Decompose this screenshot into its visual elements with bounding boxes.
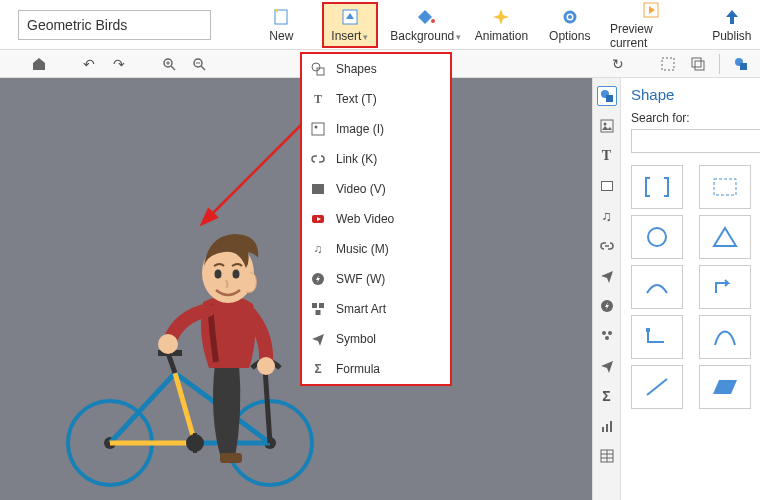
svg-rect-18 (692, 58, 701, 67)
palette-image-button[interactable] (597, 116, 617, 136)
svg-line-15 (201, 66, 205, 70)
insert-dropdown-menu: Shapes TText (T) Image (I) Link (K) Vide… (300, 52, 452, 386)
palette-text-button[interactable]: T (597, 146, 617, 166)
palette-formula-button[interactable]: Σ (597, 386, 617, 406)
menu-formula[interactable]: ΣFormula (302, 354, 450, 384)
shape-elbow-connector[interactable] (631, 315, 683, 359)
shape-search-input[interactable] (631, 129, 760, 153)
svg-point-34 (257, 357, 275, 375)
image-icon (310, 121, 326, 137)
shape-brackets[interactable] (631, 165, 683, 209)
menu-video[interactable]: Video (V) (302, 174, 450, 204)
svg-rect-17 (662, 58, 674, 70)
svg-point-45 (602, 331, 606, 335)
svg-line-29 (265, 368, 270, 443)
home-button[interactable] (28, 53, 50, 75)
menu-symbol[interactable]: Symbol (302, 324, 450, 354)
svg-point-3 (431, 19, 435, 23)
insert-button[interactable]: Insert▾ (322, 2, 379, 48)
shapes-icon (310, 61, 326, 77)
svg-marker-4 (493, 9, 509, 25)
svg-point-46 (608, 331, 612, 335)
shape-circle[interactable] (631, 215, 683, 259)
shape-curve[interactable] (699, 315, 751, 359)
menu-smartart[interactable]: Smart Art (302, 294, 450, 324)
palette-chart-button[interactable] (597, 416, 617, 436)
palette-symbol-button[interactable] (597, 356, 617, 376)
svg-rect-63 (312, 123, 324, 135)
shape-triangle[interactable] (699, 215, 751, 259)
svg-marker-57 (714, 228, 736, 246)
shape-arc[interactable] (631, 265, 683, 309)
menu-image[interactable]: Image (I) (302, 114, 450, 144)
search-label: Search for: (621, 111, 760, 129)
options-button[interactable]: Options (542, 2, 598, 48)
preview-button[interactable]: Preview current (610, 2, 692, 48)
shape-bent-arrow[interactable] (699, 265, 751, 309)
publish-button[interactable]: Publish (704, 2, 760, 48)
svg-point-61 (312, 63, 320, 71)
zoom-out-button[interactable] (188, 53, 210, 75)
svg-line-59 (647, 379, 667, 395)
ribbon-toolbar: New Insert▾ Background▾ Animation Option… (0, 0, 760, 50)
svg-rect-65 (312, 184, 324, 194)
svg-point-47 (605, 336, 609, 340)
svg-line-11 (171, 66, 175, 70)
overlap-button[interactable] (687, 53, 709, 75)
sigma-icon: Σ (310, 361, 326, 377)
insert-icon (339, 7, 361, 27)
text-icon: T (310, 91, 326, 107)
background-button[interactable]: Background▾ (390, 2, 461, 48)
shape-select-rect[interactable] (699, 165, 751, 209)
menu-shapes[interactable]: Shapes (302, 54, 450, 84)
svg-marker-60 (713, 380, 737, 394)
palette-table-button[interactable] (597, 446, 617, 466)
reload-button[interactable]: ↻ (607, 53, 629, 75)
svg-rect-50 (610, 421, 612, 432)
palette-link-button[interactable] (597, 236, 617, 256)
svg-rect-40 (601, 120, 613, 132)
menu-webvideo[interactable]: Web Video (302, 204, 450, 234)
symbol-icon (310, 331, 326, 347)
palette-flash-button[interactable] (597, 296, 617, 316)
link-icon (310, 151, 326, 167)
svg-point-37 (233, 270, 240, 279)
bucket-icon (415, 7, 437, 27)
palette-shape-button[interactable] (597, 86, 617, 106)
shape-panel-title: Shape (621, 78, 760, 111)
animation-button[interactable]: Animation (473, 2, 529, 48)
svg-rect-32 (220, 453, 242, 463)
play-icon (640, 0, 662, 20)
palette-plane-button[interactable] (597, 266, 617, 286)
svg-rect-19 (695, 61, 704, 70)
undo-button[interactable]: ↶ (78, 53, 100, 75)
svg-rect-71 (316, 310, 321, 315)
zoom-in-button[interactable] (158, 53, 180, 75)
new-page-icon (270, 7, 292, 27)
shape-mode-button[interactable] (730, 53, 752, 75)
menu-link[interactable]: Link (K) (302, 144, 450, 174)
vertical-tool-palette: T ♫ Σ (592, 78, 620, 500)
shape-parallelogram[interactable] (699, 365, 751, 409)
palette-video-button[interactable] (597, 176, 617, 196)
shape-grid (621, 159, 760, 415)
menu-swf[interactable]: SWF (W) (302, 264, 450, 294)
svg-point-36 (215, 270, 222, 279)
svg-point-64 (315, 126, 318, 129)
svg-rect-48 (602, 427, 604, 432)
shape-diag-line[interactable] (631, 365, 683, 409)
redo-button[interactable]: ↷ (108, 53, 130, 75)
palette-group-button[interactable] (597, 326, 617, 346)
new-button[interactable]: New (253, 2, 309, 48)
canvas-area[interactable] (0, 78, 592, 500)
menu-music[interactable]: ♫Music (M) (302, 234, 450, 264)
svg-rect-62 (317, 68, 324, 75)
menu-text[interactable]: TText (T) (302, 84, 450, 114)
figure-illustration (60, 218, 330, 498)
fit-button[interactable] (657, 53, 679, 75)
svg-point-56 (648, 228, 666, 246)
palette-music-button[interactable]: ♫ (597, 206, 617, 226)
svg-rect-43 (602, 182, 612, 190)
document-title-input[interactable] (18, 10, 211, 40)
svg-point-6 (568, 15, 572, 19)
